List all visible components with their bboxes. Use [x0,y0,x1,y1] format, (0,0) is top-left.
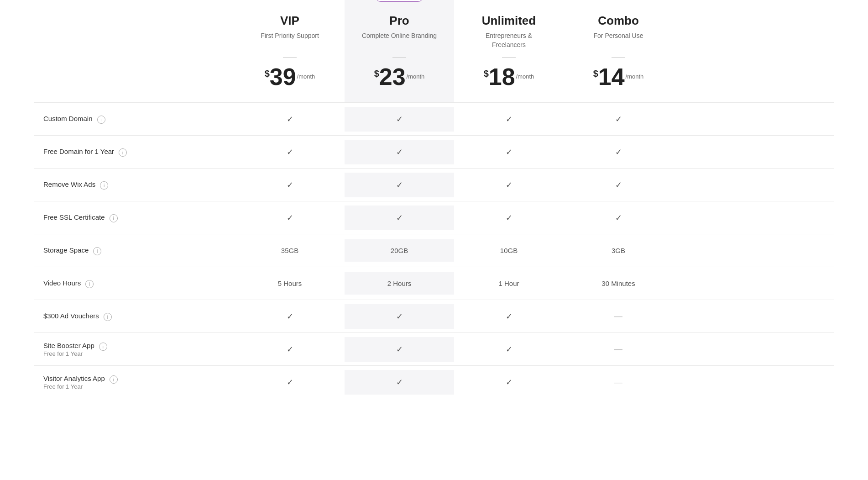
value-cell: ✓ [345,370,454,395]
checkmark-icon: ✓ [615,114,622,124]
feature-name: Free Domain for 1 Year [43,148,114,155]
checkmark-icon: ✓ [287,180,293,190]
checkmark-icon: ✓ [506,180,512,190]
plan-name-unlimited: Unlimited [463,14,554,28]
plan-name-vip: VIP [244,14,335,28]
value-cell: 20GB [345,239,454,262]
value-cell: ✓ [235,140,345,164]
feature-cell-7: Site Booster AppFree for 1 Yeari [34,334,235,364]
value-cell: ✓ [345,206,454,230]
plan-desc-unlimited: Entrepreneurs & Freelancers [463,32,554,50]
plan-name-pro: Pro [354,14,445,28]
value-cell: ✓ [235,370,345,395]
plan-price-vip: $ 39 /month [244,65,335,89]
feature-name: Free SSL Certificate [43,213,105,221]
plan-header-vip: VIP First Priority Support $ 39 /month [235,0,345,102]
checkmark-icon: ✓ [506,147,512,157]
plan-price-combo: $ 14 /month [573,65,664,89]
checkmark-icon: ✓ [287,147,293,157]
feature-sub: Free for 1 Year [43,383,105,390]
dash-icon: — [614,378,622,387]
plan-divider-pro [392,57,406,58]
value-cell: 2 Hours [345,272,454,295]
feature-name: Site Booster App [43,342,94,349]
info-icon[interactable]: i [104,313,112,321]
value-cell: ✓ [345,107,454,132]
price-amount-pro: 23 [379,65,406,89]
feature-row: Storage Spacei35GB20GB10GB3GB [34,234,834,267]
price-period-combo: /month [626,73,644,80]
feature-name: Video Hours [43,279,81,287]
checkmark-icon: ✓ [506,213,512,223]
checkmark-icon: ✓ [506,344,512,354]
feature-row: Video Hoursi5 Hours2 Hours1 Hour30 Minut… [34,267,834,300]
value-cell: ✓ [564,107,673,132]
value-cell: ✓ [564,140,673,164]
checkmark-icon: ✓ [287,344,293,354]
info-icon[interactable]: i [110,214,118,222]
feature-row: $300 Ad Vouchersi✓✓✓— [34,300,834,333]
value-cell: ✓ [454,107,564,132]
info-icon[interactable]: i [110,375,118,384]
value-cell: ✓ [235,206,345,230]
plan-desc-vip: First Priority Support [244,32,335,50]
value-cell: ✓ [454,304,564,329]
plan-header-unlimited: Unlimited Entrepreneurs & Freelancers $ … [454,0,564,102]
value-cell: ✓ [345,337,454,362]
value-cell: 1 Hour [454,272,564,295]
info-icon[interactable]: i [100,181,108,190]
value-cell: 3GB [564,239,673,262]
plan-divider-unlimited [502,57,516,58]
checkmark-icon: ✓ [396,147,403,157]
price-dollar-vip: $ [265,69,270,79]
value-cell: ✓ [454,173,564,197]
price-period-pro: /month [407,73,425,80]
value-cell: ✓ [235,304,345,329]
feature-cell-2: Remove Wix Adsi [34,173,235,197]
checkmark-icon: ✓ [506,114,512,124]
pricing-table: VIP First Priority Support $ 39 /month B… [0,0,868,480]
checkmark-icon: ✓ [396,114,403,124]
feature-row: Free Domain for 1 Yeari✓✓✓✓ [34,136,834,169]
info-icon[interactable]: i [119,148,127,157]
plan-divider-vip [283,57,297,58]
value-cell: 30 Minutes [564,272,673,295]
info-icon[interactable]: i [93,247,101,255]
feature-cell-5: Video Hoursi [34,272,235,295]
checkmark-icon: ✓ [287,114,293,124]
checkmark-icon: ✓ [287,213,293,223]
checkmark-icon: ✓ [396,180,403,190]
checkmark-icon: ✓ [615,147,622,157]
price-amount-vip: 39 [270,65,296,89]
value-cell: ✓ [345,140,454,164]
plan-header-combo: Combo For Personal Use $ 14 /month [564,0,673,102]
feature-name: Visitor Analytics App [43,375,105,382]
feature-name: $300 Ad Vouchers [43,312,99,320]
feature-cell-3: Free SSL Certificatei [34,206,235,230]
plan-divider-combo [612,57,625,58]
info-icon[interactable]: i [97,116,105,124]
checkmark-icon: ✓ [615,213,622,223]
dash-icon: — [614,344,622,353]
price-period-vip: /month [297,73,315,80]
value-cell: ✓ [454,140,564,164]
value-cell: ✓ [454,370,564,395]
feature-name: Remove Wix Ads [43,180,95,188]
price-amount-unlimited: 18 [489,65,515,89]
feature-row: Free SSL Certificatei✓✓✓✓ [34,201,834,234]
feature-header-cell [34,0,235,102]
plan-header-pro: BEST VALUE Pro Complete Online Branding … [345,0,454,102]
checkmark-icon: ✓ [396,311,403,322]
plan-desc-pro: Complete Online Branding [354,32,445,50]
price-dollar-pro: $ [374,69,379,79]
checkmark-icon: ✓ [506,311,512,322]
value-cell: ✓ [454,206,564,230]
info-icon[interactable]: i [85,280,94,288]
info-icon[interactable]: i [99,343,107,351]
checkmark-icon: ✓ [396,377,403,387]
feature-cell-6: $300 Ad Vouchersi [34,305,235,328]
price-period-unlimited: /month [516,73,534,80]
plan-price-pro: $ 23 /month [354,65,445,89]
checkmark-icon: ✓ [396,344,403,354]
value-cell: ✓ [345,173,454,197]
